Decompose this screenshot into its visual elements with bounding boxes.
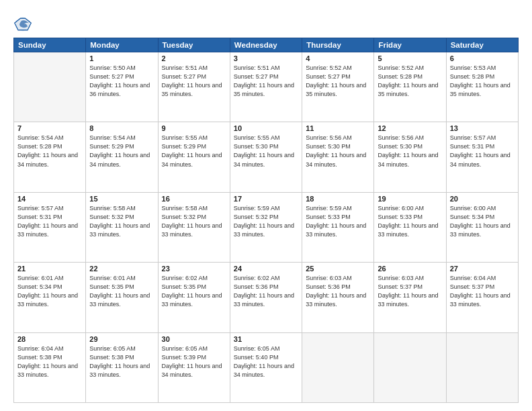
calendar-day-cell [374,332,446,402]
calendar-week-row: 21Sunrise: 6:01 AM Sunset: 5:34 PM Dayli… [14,263,519,332]
weekday-header: Friday [374,38,446,52]
day-number: 17 [234,195,298,203]
weekday-header: Wednesday [230,38,302,52]
calendar-day-cell: 20Sunrise: 6:00 AM Sunset: 5:34 PM Dayli… [446,192,518,262]
calendar-day-cell: 30Sunrise: 6:05 AM Sunset: 5:39 PM Dayli… [158,332,230,402]
calendar-day-cell [446,332,518,402]
day-info: Sunrise: 6:05 AM Sunset: 5:40 PM Dayligh… [234,345,298,379]
day-info: Sunrise: 6:00 AM Sunset: 5:34 PM Dayligh… [450,204,515,239]
day-number: 9 [162,124,226,132]
day-info: Sunrise: 6:04 AM Sunset: 5:37 PM Dayligh… [450,274,515,309]
day-info: Sunrise: 5:51 AM Sunset: 5:27 PM Dayligh… [234,64,298,99]
calendar-day-cell: 11Sunrise: 5:56 AM Sunset: 5:30 PM Dayli… [302,122,374,192]
calendar-day-cell: 15Sunrise: 5:58 AM Sunset: 5:32 PM Dayli… [86,192,158,262]
calendar-day-cell [14,52,86,122]
day-number: 12 [378,124,442,132]
day-info: Sunrise: 5:59 AM Sunset: 5:32 PM Dayligh… [234,204,298,239]
day-number: 18 [306,195,370,203]
day-info: Sunrise: 5:55 AM Sunset: 5:29 PM Dayligh… [162,134,226,169]
calendar-day-cell: 27Sunrise: 6:04 AM Sunset: 5:37 PM Dayli… [446,263,518,332]
day-info: Sunrise: 5:55 AM Sunset: 5:30 PM Dayligh… [234,134,298,169]
day-number: 15 [89,195,154,203]
day-info: Sunrise: 5:58 AM Sunset: 5:32 PM Dayligh… [89,204,154,239]
day-number: 8 [89,124,154,132]
day-info: Sunrise: 6:01 AM Sunset: 5:34 PM Dayligh… [17,274,82,309]
day-info: Sunrise: 5:52 AM Sunset: 5:28 PM Dayligh… [378,64,442,99]
day-info: Sunrise: 6:03 AM Sunset: 5:37 PM Dayligh… [378,274,442,309]
calendar-day-cell: 22Sunrise: 6:01 AM Sunset: 5:35 PM Dayli… [86,263,158,332]
calendar-day-cell: 25Sunrise: 6:03 AM Sunset: 5:36 PM Dayli… [302,263,374,332]
calendar-table: SundayMondayTuesdayWednesdayThursdayFrid… [13,38,519,403]
calendar-day-cell: 12Sunrise: 5:56 AM Sunset: 5:30 PM Dayli… [374,122,446,192]
calendar-week-row: 28Sunrise: 6:04 AM Sunset: 5:38 PM Dayli… [14,332,519,402]
day-number: 14 [17,195,82,203]
weekday-header: Thursday [302,38,374,52]
day-info: Sunrise: 5:57 AM Sunset: 5:31 PM Dayligh… [450,134,515,169]
day-number: 1 [89,54,154,62]
calendar-day-cell: 18Sunrise: 5:59 AM Sunset: 5:33 PM Dayli… [302,192,374,262]
calendar-day-cell: 26Sunrise: 6:03 AM Sunset: 5:37 PM Dayli… [374,263,446,332]
calendar-day-cell: 23Sunrise: 6:02 AM Sunset: 5:35 PM Dayli… [158,263,230,332]
calendar-day-cell: 13Sunrise: 5:57 AM Sunset: 5:31 PM Dayli… [446,122,518,192]
day-number: 2 [162,54,226,62]
calendar-header-row: SundayMondayTuesdayWednesdayThursdayFrid… [14,38,519,52]
day-info: Sunrise: 6:02 AM Sunset: 5:36 PM Dayligh… [234,274,298,309]
logo-icon [13,15,32,34]
day-info: Sunrise: 6:02 AM Sunset: 5:35 PM Dayligh… [162,274,226,309]
day-number: 24 [234,265,298,273]
day-info: Sunrise: 5:58 AM Sunset: 5:32 PM Dayligh… [162,204,226,239]
day-number: 27 [450,265,515,273]
weekday-header: Saturday [446,38,518,52]
day-number: 19 [378,195,442,203]
calendar-day-cell: 8Sunrise: 5:54 AM Sunset: 5:29 PM Daylig… [86,122,158,192]
calendar-day-cell: 5Sunrise: 5:52 AM Sunset: 5:28 PM Daylig… [374,52,446,122]
day-number: 20 [450,195,515,203]
day-number: 28 [17,335,82,343]
calendar-day-cell: 6Sunrise: 5:53 AM Sunset: 5:28 PM Daylig… [446,52,518,122]
day-number: 22 [89,265,154,273]
day-info: Sunrise: 6:03 AM Sunset: 5:36 PM Dayligh… [306,274,370,309]
day-info: Sunrise: 5:50 AM Sunset: 5:27 PM Dayligh… [89,64,154,99]
calendar-day-cell: 7Sunrise: 5:54 AM Sunset: 5:28 PM Daylig… [14,122,86,192]
calendar-day-cell: 3Sunrise: 5:51 AM Sunset: 5:27 PM Daylig… [230,52,302,122]
header [13,12,519,34]
day-info: Sunrise: 6:05 AM Sunset: 5:38 PM Dayligh… [89,345,154,379]
calendar-day-cell: 24Sunrise: 6:02 AM Sunset: 5:36 PM Dayli… [230,263,302,332]
day-info: Sunrise: 5:53 AM Sunset: 5:28 PM Dayligh… [450,64,515,99]
day-info: Sunrise: 5:59 AM Sunset: 5:33 PM Dayligh… [306,204,370,239]
calendar-week-row: 7Sunrise: 5:54 AM Sunset: 5:28 PM Daylig… [14,122,519,192]
logo [13,15,34,34]
calendar-day-cell: 14Sunrise: 5:57 AM Sunset: 5:31 PM Dayli… [14,192,86,262]
day-info: Sunrise: 5:56 AM Sunset: 5:30 PM Dayligh… [306,134,370,169]
day-info: Sunrise: 5:56 AM Sunset: 5:30 PM Dayligh… [378,134,442,169]
page: SundayMondayTuesdayWednesdayThursdayFrid… [0,0,532,411]
day-number: 23 [162,265,226,273]
calendar-day-cell: 31Sunrise: 6:05 AM Sunset: 5:40 PM Dayli… [230,332,302,402]
calendar-day-cell: 28Sunrise: 6:04 AM Sunset: 5:38 PM Dayli… [14,332,86,402]
weekday-header: Tuesday [158,38,230,52]
calendar-week-row: 1Sunrise: 5:50 AM Sunset: 5:27 PM Daylig… [14,52,519,122]
day-number: 29 [89,335,154,343]
day-number: 13 [450,124,515,132]
calendar-day-cell: 9Sunrise: 5:55 AM Sunset: 5:29 PM Daylig… [158,122,230,192]
day-number: 3 [234,54,298,62]
calendar-day-cell: 16Sunrise: 5:58 AM Sunset: 5:32 PM Dayli… [158,192,230,262]
calendar-day-cell: 29Sunrise: 6:05 AM Sunset: 5:38 PM Dayli… [86,332,158,402]
day-number: 11 [306,124,370,132]
day-info: Sunrise: 6:01 AM Sunset: 5:35 PM Dayligh… [89,274,154,309]
weekday-header: Monday [86,38,158,52]
calendar-day-cell: 19Sunrise: 6:00 AM Sunset: 5:33 PM Dayli… [374,192,446,262]
calendar-day-cell [302,332,374,402]
calendar-day-cell: 21Sunrise: 6:01 AM Sunset: 5:34 PM Dayli… [14,263,86,332]
weekday-header: Sunday [14,38,86,52]
day-info: Sunrise: 5:54 AM Sunset: 5:28 PM Dayligh… [17,134,82,169]
day-number: 7 [17,124,82,132]
calendar-day-cell: 1Sunrise: 5:50 AM Sunset: 5:27 PM Daylig… [86,52,158,122]
day-info: Sunrise: 5:51 AM Sunset: 5:27 PM Dayligh… [162,64,226,99]
day-number: 10 [234,124,298,132]
day-info: Sunrise: 5:57 AM Sunset: 5:31 PM Dayligh… [17,204,82,239]
calendar-day-cell: 4Sunrise: 5:52 AM Sunset: 5:27 PM Daylig… [302,52,374,122]
day-number: 16 [162,195,226,203]
day-number: 21 [17,265,82,273]
calendar-week-row: 14Sunrise: 5:57 AM Sunset: 5:31 PM Dayli… [14,192,519,262]
